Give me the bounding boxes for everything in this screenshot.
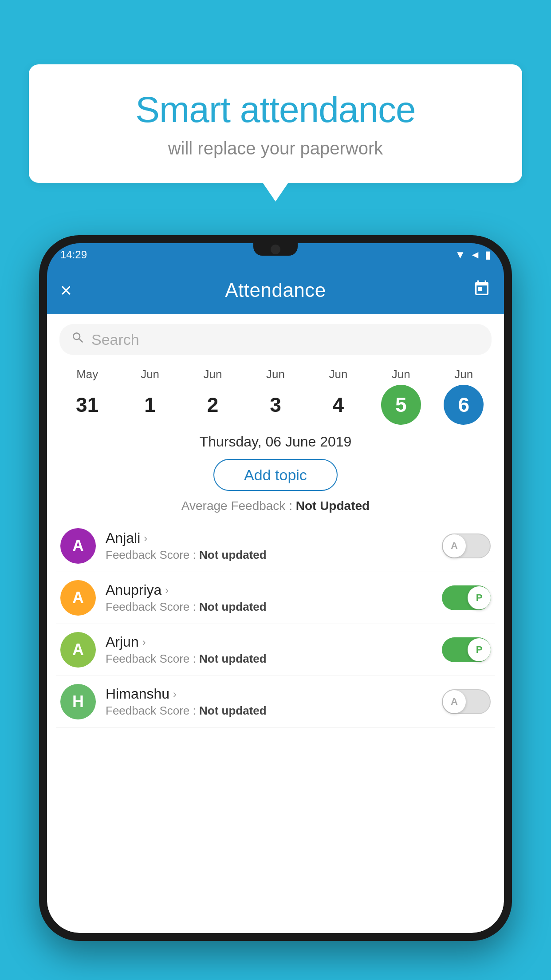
student-item[interactable]: H Himanshu › Feedback Score : Not update… — [56, 676, 495, 728]
attendance-toggle[interactable]: P — [442, 637, 491, 662]
date-cell[interactable]: Jun 4 — [311, 368, 365, 425]
search-bar[interactable]: Search — [59, 324, 492, 355]
attendance-toggle[interactable]: P — [442, 585, 491, 610]
date-number: 4 — [318, 385, 358, 425]
attendance-toggle[interactable]: A — [442, 689, 491, 714]
search-placeholder: Search — [91, 331, 139, 348]
avg-feedback: Average Feedback : Not Updated — [47, 497, 504, 520]
date-month: Jun — [392, 368, 410, 381]
student-avatar: A — [60, 632, 96, 668]
wifi-icon: ▼ — [455, 249, 465, 261]
calendar-icon[interactable] — [464, 280, 491, 301]
status-icons: ▼ ◄ ▮ — [455, 249, 491, 261]
battery-icon: ▮ — [485, 249, 491, 261]
top-bar: × Attendance — [47, 266, 504, 314]
attendance-toggle[interactable]: A — [442, 533, 491, 558]
date-month: Jun — [454, 368, 473, 381]
toggle-wrap[interactable]: P — [442, 585, 491, 610]
student-score: Feedback Score : Not updated — [106, 600, 432, 614]
date-number: 31 — [67, 385, 107, 425]
screen-title: Attendance — [87, 279, 464, 301]
phone-screen: Search May 31 Jun 1 Jun 2 Jun 3 Jun 4 Ju… — [47, 314, 504, 933]
avg-feedback-value: Not Updated — [296, 499, 370, 513]
student-item[interactable]: A Anupriya › Feedback Score : Not update… — [56, 572, 495, 624]
chevron-icon: › — [165, 584, 169, 597]
student-info: Arjun › Feedback Score : Not updated — [106, 634, 432, 666]
date-number: 2 — [193, 385, 233, 425]
student-score: Feedback Score : Not updated — [106, 704, 432, 718]
avg-feedback-label: Average Feedback : — [181, 499, 292, 513]
toggle-knob: P — [468, 586, 491, 609]
signal-icon: ◄ — [470, 249, 480, 261]
date-month: Jun — [204, 368, 222, 381]
student-info: Anjali › Feedback Score : Not updated — [106, 530, 432, 562]
student-list: A Anjali › Feedback Score : Not updated … — [47, 520, 504, 728]
student-name: Himanshu › — [106, 686, 432, 702]
chevron-icon: › — [173, 688, 177, 700]
calendar-row: May 31 Jun 1 Jun 2 Jun 3 Jun 4 Jun 5 Jun… — [47, 360, 504, 428]
date-month: Jun — [329, 368, 347, 381]
student-avatar: A — [60, 580, 96, 616]
student-info: Anupriya › Feedback Score : Not updated — [106, 582, 432, 614]
toggle-wrap[interactable]: P — [442, 637, 491, 662]
student-item[interactable]: A Anjali › Feedback Score : Not updated … — [56, 520, 495, 572]
toggle-wrap[interactable]: A — [442, 533, 491, 558]
close-button[interactable]: × — [60, 279, 87, 301]
toggle-knob: A — [443, 534, 466, 557]
toggle-knob: P — [468, 638, 491, 661]
date-cell[interactable]: Jun 6 — [437, 368, 490, 425]
date-month: May — [76, 368, 98, 381]
student-score: Feedback Score : Not updated — [106, 548, 432, 562]
student-item[interactable]: A Arjun › Feedback Score : Not updated P — [56, 624, 495, 676]
date-cell[interactable]: May 31 — [61, 368, 114, 425]
toggle-wrap[interactable]: A — [442, 689, 491, 714]
student-avatar: H — [60, 684, 96, 719]
toggle-knob: A — [443, 690, 466, 713]
date-month: Jun — [141, 368, 159, 381]
speech-bubble: Smart attendance will replace your paper… — [29, 64, 522, 183]
date-cell[interactable]: Jun 1 — [123, 368, 177, 425]
date-number: 5 — [381, 385, 421, 425]
chevron-icon: › — [144, 532, 147, 545]
chevron-icon: › — [142, 636, 146, 648]
student-score: Feedback Score : Not updated — [106, 652, 432, 666]
date-cell[interactable]: Jun 3 — [249, 368, 302, 425]
phone-wrapper: 14:29 ▼ ◄ ▮ × Attendance — [39, 235, 512, 980]
student-avatar: A — [60, 528, 96, 564]
speech-bubble-container: Smart attendance will replace your paper… — [29, 64, 522, 183]
student-name: Anupriya › — [106, 582, 432, 598]
student-name: Anjali › — [106, 530, 432, 546]
date-cell[interactable]: Jun 2 — [186, 368, 240, 425]
date-month: Jun — [266, 368, 285, 381]
phone-outer: 14:29 ▼ ◄ ▮ × Attendance — [39, 235, 512, 941]
date-number: 6 — [444, 385, 484, 425]
add-topic-button[interactable]: Add topic — [213, 459, 338, 491]
search-icon — [71, 331, 85, 348]
date-number: 3 — [256, 385, 295, 425]
bubble-title: Smart attendance — [55, 89, 496, 130]
student-name: Arjun › — [106, 634, 432, 650]
student-info: Himanshu › Feedback Score : Not updated — [106, 686, 432, 718]
phone-inner: 14:29 ▼ ◄ ▮ × Attendance — [47, 243, 504, 933]
phone-camera — [271, 245, 280, 254]
status-time: 14:29 — [60, 249, 87, 261]
phone-notch — [253, 243, 298, 256]
bubble-subtitle: will replace your paperwork — [55, 138, 496, 158]
date-number: 1 — [130, 385, 170, 425]
date-cell[interactable]: Jun 5 — [374, 368, 428, 425]
selected-date: Thursday, 06 June 2019 — [47, 428, 504, 453]
